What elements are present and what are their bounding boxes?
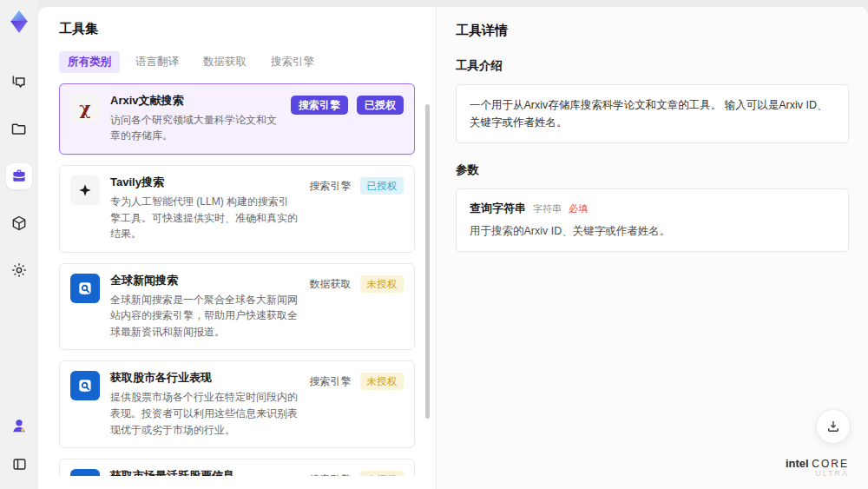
- page-title: 工具集: [59, 21, 415, 37]
- tool-card-4[interactable]: 获取市场最活跃股票信息 提供当天交易量最高的股票列表。投资者可以利用这些信息来识…: [59, 459, 415, 476]
- tool-list-panel: 工具集 所有类别语言翻译数据获取搜索引擎 χ Arxiv文献搜索 访问各个研究领…: [38, 7, 436, 489]
- collapse-panel-icon[interactable]: [6, 451, 32, 477]
- tool-auth-badge: 已授权: [360, 177, 404, 195]
- download-button[interactable]: [816, 409, 851, 444]
- intel-sub-label: ULTRA: [786, 470, 849, 479]
- tool-detail-panel: 工具详情 工具介绍 一个用于从Arxiv存储库搜索科学论文和文章的工具。 输入可…: [436, 7, 868, 489]
- list-scrollbar[interactable]: [425, 97, 430, 480]
- folder-icon[interactable]: [6, 116, 32, 142]
- tool-auth-badge: 未授权: [360, 275, 404, 293]
- intro-box: 一个用于从Arxiv存储库搜索科学论文和文章的工具。 输入可以是Arxiv ID…: [456, 84, 849, 143]
- tool-auth-badge: 未授权: [360, 471, 404, 476]
- app-surface: 工具集 所有类别语言翻译数据获取搜索引擎 χ Arxiv文献搜索 访问各个研究领…: [38, 7, 868, 489]
- tool-description: 访问各个研究领域大量科学论文和文章的存储库。: [110, 112, 280, 144]
- param-name: 查询字符串: [470, 201, 526, 216]
- tool-description: 专为人工智能代理 (LLM) 构建的搜索引擎工具。可快速提供实时、准确和真实的结…: [110, 194, 299, 242]
- chat-icon[interactable]: [6, 69, 32, 96]
- tool-category-badge: 搜索引擎: [310, 373, 352, 390]
- detail-title: 工具详情: [456, 23, 849, 39]
- tool-card-0[interactable]: χ Arxiv文献搜索 访问各个研究领域大量科学论文和文章的存储库。 搜索引擎 …: [59, 83, 415, 155]
- tavily-tool-icon: [70, 175, 100, 205]
- param-description: 用于搜索的Arxiv ID、关键字或作者姓名。: [470, 223, 835, 240]
- tools-icon[interactable]: [6, 163, 32, 189]
- tab-0[interactable]: 所有类别: [59, 51, 120, 73]
- tab-3[interactable]: 搜索引擎: [262, 51, 323, 73]
- tool-category-badge: 搜索引擎: [291, 96, 348, 115]
- core-wordmark: CORE: [812, 458, 849, 470]
- avatar[interactable]: [6, 413, 32, 439]
- q-tool-icon: [70, 371, 100, 400]
- arxiv-tool-icon: χ: [70, 94, 100, 123]
- q-tool-icon: [70, 469, 100, 476]
- tool-category-badge: 搜索引擎: [310, 177, 352, 195]
- category-tabs: 所有类别语言翻译数据获取搜索引擎: [59, 51, 415, 73]
- tool-card-2[interactable]: 全球新闻搜索 全球新闻搜索是一个聚合全球各大新闻网站内容的搜索引擎，帮助用户快速…: [59, 263, 415, 351]
- tab-2[interactable]: 数据获取: [194, 51, 255, 73]
- params-heading: 参数: [456, 162, 849, 178]
- intel-core-logo: intel CORE ULTRA: [786, 458, 849, 479]
- param-type: 字符串: [533, 202, 562, 215]
- param-required-badge: 必填: [569, 202, 588, 215]
- tool-description: 提供股票市场各个行业在特定时间段内的表现。投资者可以利用这些信息来识别表现优于或…: [110, 389, 299, 438]
- tool-name: Arxiv文献搜索: [110, 94, 280, 109]
- intro-heading: 工具介绍: [456, 58, 849, 74]
- tool-name: 获取股市各行业表现: [110, 371, 299, 386]
- q-tool-icon: [70, 274, 100, 303]
- app-logo[interactable]: [6, 9, 32, 35]
- tool-category-badge: 数据获取: [310, 275, 352, 293]
- tool-name: 全球新闻搜索: [110, 274, 299, 288]
- tool-list: χ Arxiv文献搜索 访问各个研究领域大量科学论文和文章的存储库。 搜索引擎 …: [59, 83, 415, 476]
- tool-description: 全球新闻搜索是一个聚合全球各大新闻网站内容的搜索引擎，帮助用户快速获取全球最新资…: [110, 292, 299, 340]
- tab-1[interactable]: 语言翻译: [127, 51, 187, 73]
- tool-name: 获取市场最活跃股票信息: [110, 469, 299, 476]
- tool-card-1[interactable]: Tavily搜索 专为人工智能代理 (LLM) 构建的搜索引擎工具。可快速提供实…: [59, 165, 415, 253]
- tool-name: Tavily搜索: [110, 175, 299, 190]
- intel-wordmark: intel: [786, 457, 809, 470]
- intro-text: 一个用于从Arxiv存储库搜索科学论文和文章的工具。 输入可以是Arxiv ID…: [470, 96, 835, 131]
- tool-auth-badge: 已授权: [357, 96, 404, 115]
- settings-icon[interactable]: [6, 257, 32, 283]
- package-icon[interactable]: [6, 210, 32, 236]
- tool-card-3[interactable]: 获取股市各行业表现 提供股票市场各个行业在特定时间段内的表现。投资者可以利用这些…: [59, 360, 415, 448]
- scrollbar-thumb[interactable]: [425, 104, 430, 419]
- download-icon: [825, 419, 841, 434]
- tool-category-badge: 搜索引擎: [310, 471, 352, 476]
- left-rail: [0, 0, 38, 489]
- tool-auth-badge: 未授权: [360, 373, 404, 390]
- param-box: 查询字符串 字符串 必填 用于搜索的Arxiv ID、关键字或作者姓名。: [456, 188, 849, 252]
